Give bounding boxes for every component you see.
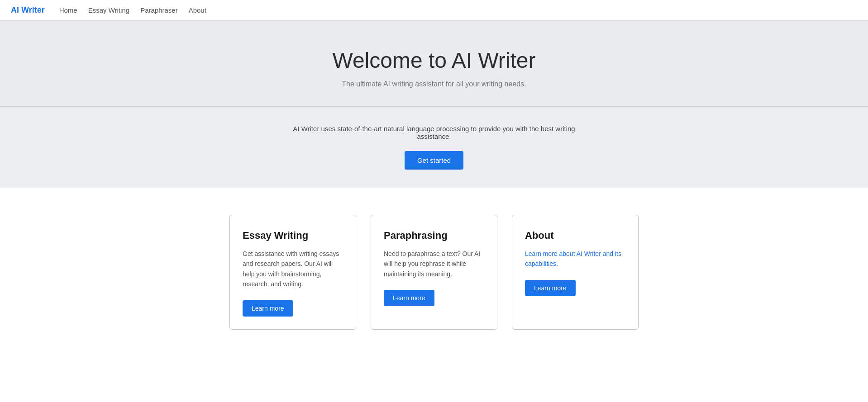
navbar-links: HomeEssay WritingParaphraserAbout	[59, 6, 206, 14]
navbar-link-paraphraser[interactable]: Paraphraser	[140, 6, 178, 14]
hero-title: Welcome to AI Writer	[11, 48, 857, 73]
card-paraphrasing: ParaphrasingNeed to paraphrase a text? O…	[371, 215, 497, 330]
navbar: AI Writer HomeEssay WritingParaphraserAb…	[0, 0, 868, 21]
card-description-about: Learn more about AI Writer and its capab…	[525, 249, 625, 269]
card-title-essay-writing: Essay Writing	[243, 230, 343, 241]
card-description-paraphrasing: Need to paraphrase a text? Our AI will h…	[384, 249, 484, 279]
navbar-link-essay-writing[interactable]: Essay Writing	[88, 6, 129, 14]
hero-section: Welcome to AI Writer The ultimate AI wri…	[0, 21, 868, 106]
description-section: AI Writer uses state-of-the-art natural …	[0, 106, 868, 188]
navbar-link-home[interactable]: Home	[59, 6, 77, 14]
cards-section: Essay WritingGet assistance with writing…	[0, 188, 868, 366]
card-title-paraphrasing: Paraphrasing	[384, 230, 484, 241]
learn-more-button-paraphrasing[interactable]: Learn more	[384, 290, 434, 306]
navbar-brand[interactable]: AI Writer	[11, 5, 45, 15]
card-description-essay-writing: Get assistance with writing essays and r…	[243, 249, 343, 289]
get-started-button[interactable]: Get started	[405, 151, 463, 170]
learn-more-button-essay-writing[interactable]: Learn more	[243, 300, 293, 317]
card-description-link-about[interactable]: Learn more about AI Writer and its capab…	[525, 250, 621, 267]
navbar-link-about[interactable]: About	[189, 6, 206, 14]
card-essay-writing: Essay WritingGet assistance with writing…	[229, 215, 356, 330]
description-text: AI Writer uses state-of-the-art natural …	[276, 125, 592, 140]
learn-more-button-about[interactable]: Learn more	[525, 280, 576, 296]
card-title-about: About	[525, 230, 625, 241]
card-about: AboutLearn more about AI Writer and its …	[512, 215, 639, 330]
hero-subtitle: The ultimate AI writing assistant for al…	[11, 80, 857, 88]
cards-container: Essay WritingGet assistance with writing…	[162, 215, 706, 330]
